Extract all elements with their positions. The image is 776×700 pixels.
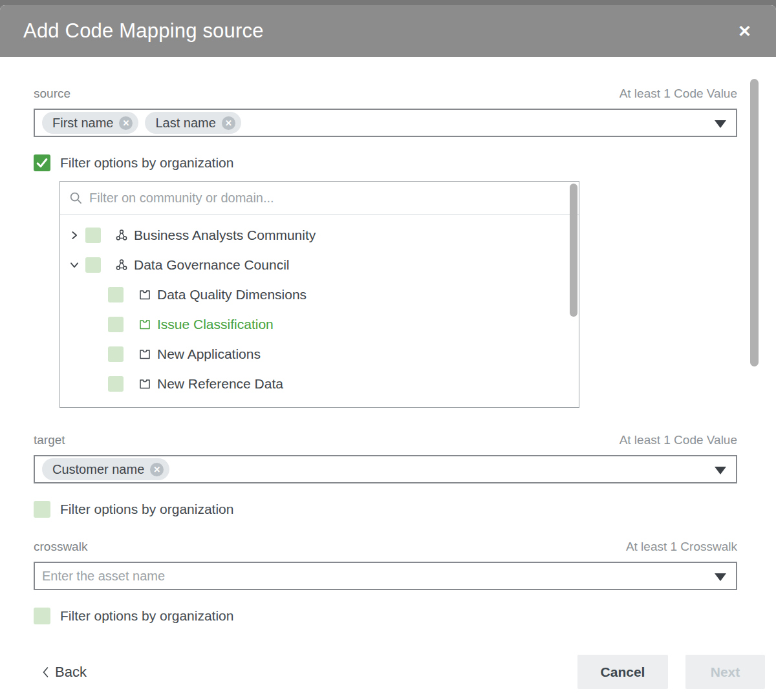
checkmark-icon	[35, 156, 49, 170]
tree-item-community[interactable]: Business Analysts Community	[60, 220, 579, 250]
crosswalk-combobox[interactable]	[34, 562, 737, 590]
tree-search-input[interactable]	[89, 191, 570, 206]
tree-list: Business Analysts Community	[60, 215, 579, 407]
community-icon	[115, 229, 128, 242]
crosswalk-field-head: crosswalk At least 1 Crosswalk	[34, 540, 737, 554]
tree-item-domain[interactable]: New Applications	[60, 339, 579, 369]
tree-item-label: Data Quality Dimensions	[157, 287, 307, 302]
chevron-down-icon[interactable]	[68, 259, 81, 271]
tree-item-domain[interactable]: Data Quality Dimensions	[60, 280, 579, 310]
domain-icon	[138, 348, 151, 361]
source-tag: First name ✕	[42, 112, 138, 134]
tag-label: First name	[52, 116, 113, 131]
target-tag: Customer name ✕	[42, 458, 169, 480]
tree-item-label: Data Governance Council	[134, 257, 289, 273]
dialog-footer: Back Cancel Next	[0, 655, 776, 689]
crosswalk-label: crosswalk	[34, 540, 87, 554]
community-icon	[115, 259, 128, 271]
target-hint: At least 1 Code Value	[620, 433, 737, 447]
crosswalk-input[interactable]	[42, 569, 707, 584]
next-button[interactable]: Next	[685, 655, 765, 689]
remove-tag-icon[interactable]: ✕	[222, 116, 235, 130]
filter-checkbox-checked[interactable]	[34, 154, 50, 171]
source-select[interactable]: First name ✕ Last name ✕	[34, 109, 737, 137]
tree-checkbox[interactable]	[108, 317, 124, 332]
cancel-button[interactable]: Cancel	[577, 655, 668, 689]
tree-item-label: New Applications	[157, 346, 261, 362]
source-tag: Last name ✕	[145, 112, 241, 134]
chevron-left-icon	[41, 666, 50, 679]
tree-item-label: Issue Classification	[157, 317, 274, 332]
dialog-title: Add Code Mapping source	[23, 19, 264, 43]
crosswalk-filter-row: Filter options by organization	[34, 608, 737, 624]
back-label: Back	[55, 664, 87, 681]
tree-checkbox[interactable]	[85, 228, 101, 243]
filter-checkbox-unchecked[interactable]	[34, 501, 50, 518]
search-icon	[69, 191, 83, 205]
tag-label: Last name	[155, 116, 215, 131]
filter-checkbox-label: Filter options by organization	[60, 155, 233, 171]
add-code-mapping-dialog: Add Code Mapping source ✕ source At leas…	[0, 5, 776, 700]
filter-checkbox-unchecked[interactable]	[34, 608, 50, 624]
source-label: source	[34, 87, 70, 101]
organization-tree-panel: Business Analysts Community	[59, 181, 579, 408]
dialog-body: source At least 1 Code Value First name …	[0, 87, 776, 624]
tree-checkbox[interactable]	[108, 346, 124, 362]
tag-label: Customer name	[52, 462, 144, 477]
dialog-header: Add Code Mapping source ✕	[0, 5, 776, 57]
tree-checkbox[interactable]	[108, 376, 124, 392]
source-filter-row: Filter options by organization	[34, 154, 737, 171]
dropdown-caret-icon[interactable]	[715, 467, 726, 474]
tree-item-label: Business Analysts Community	[134, 228, 316, 243]
dropdown-caret-icon[interactable]	[715, 120, 726, 128]
source-field-head: source At least 1 Code Value	[34, 87, 737, 101]
dropdown-caret-icon[interactable]	[715, 573, 726, 581]
tree-checkbox[interactable]	[85, 257, 101, 273]
crosswalk-hint: At least 1 Crosswalk	[626, 540, 737, 554]
domain-icon	[138, 288, 151, 301]
remove-tag-icon[interactable]: ✕	[150, 463, 164, 476]
filter-checkbox-label: Filter options by organization	[60, 502, 233, 517]
source-hint: At least 1 Code Value	[620, 87, 737, 101]
tree-search-row	[60, 182, 579, 215]
tree-checkbox[interactable]	[108, 287, 124, 302]
target-select[interactable]: Customer name ✕	[34, 455, 737, 483]
domain-icon	[138, 318, 151, 331]
target-label: target	[34, 433, 65, 447]
filter-checkbox-label: Filter options by organization	[60, 608, 233, 624]
tree-item-community[interactable]: Data Governance Council	[60, 250, 579, 280]
target-filter-row: Filter options by organization	[34, 501, 737, 518]
back-button[interactable]: Back	[41, 664, 87, 681]
remove-tag-icon[interactable]: ✕	[119, 116, 133, 130]
tree-scrollbar[interactable]	[570, 184, 577, 317]
target-field-head: target At least 1 Code Value	[34, 433, 737, 447]
chevron-right-icon[interactable]	[68, 229, 81, 242]
tree-item-label: New Reference Data	[157, 376, 283, 392]
close-icon[interactable]: ✕	[738, 23, 751, 39]
domain-icon	[138, 377, 151, 390]
tree-item-domain[interactable]: New Reference Data	[60, 369, 579, 399]
tree-item-domain-selected[interactable]: Issue Classification	[60, 310, 579, 339]
